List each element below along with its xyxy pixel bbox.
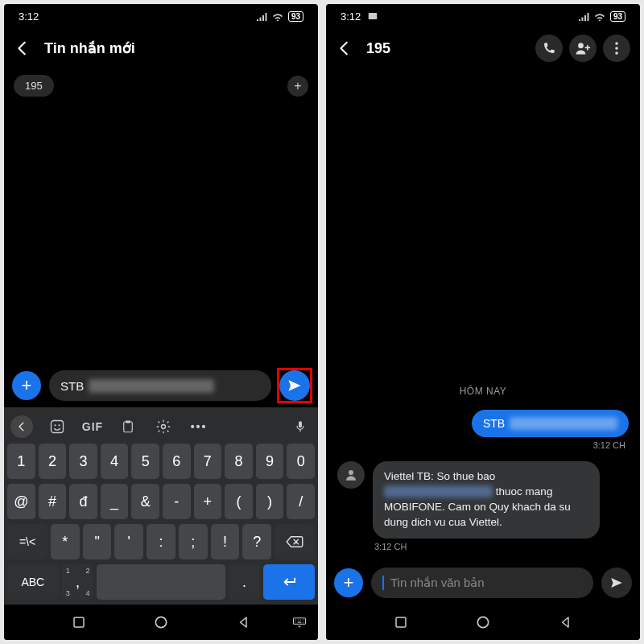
svg-point-22 — [349, 470, 353, 475]
settings-icon[interactable] — [152, 415, 175, 438]
nav-back-icon[interactable] — [237, 615, 251, 630]
key-plus[interactable]: + — [194, 484, 222, 519]
message-list[interactable]: HÔM NAY STB 0000000000 3:12 CH Viettel T… — [326, 68, 640, 561]
nav-home-icon[interactable] — [475, 614, 491, 630]
send-icon — [287, 378, 303, 394]
key-enter[interactable] — [263, 564, 315, 600]
send-button[interactable] — [279, 370, 310, 401]
kb-row-4: ABC 1 3 2 4 , . — [4, 562, 318, 605]
svg-rect-4 — [126, 421, 130, 423]
key-at[interactable]: @ — [7, 484, 35, 519]
sticker-icon[interactable] — [46, 415, 68, 438]
key-8[interactable]: 8 — [225, 444, 253, 479]
key-5[interactable]: 5 — [131, 444, 159, 479]
message-input[interactable]: Tin nhắn văn bản — [371, 568, 593, 598]
signal-icon — [256, 12, 267, 21]
key-7[interactable]: 7 — [194, 444, 222, 479]
svg-point-11 — [298, 619, 299, 620]
nav-back-icon[interactable] — [559, 615, 573, 630]
more-vertical-icon — [615, 42, 618, 55]
phone-icon — [542, 41, 556, 56]
clipboard-icon[interactable] — [117, 415, 139, 438]
msg-in-line1: Viettel TB: So thue bao — [384, 470, 495, 482]
message-input[interactable]: STB 0000000000 — [49, 370, 271, 401]
key-abc[interactable]: ABC — [7, 564, 59, 600]
sender-avatar[interactable] — [337, 461, 365, 489]
more-button[interactable] — [603, 35, 630, 62]
key-comma[interactable]: 1 3 2 4 , — [62, 564, 94, 600]
key-symbols-page[interactable]: =\< — [7, 524, 47, 559]
key-backspace[interactable] — [275, 524, 315, 559]
msg-out-time: 3:12 CH — [593, 440, 625, 450]
status-bar: 3:12 93 — [4, 4, 318, 28]
input-text-redacted: 0000000000 — [89, 379, 213, 393]
msg-in-redacted: 0000000000 — [384, 485, 493, 497]
key-slash[interactable]: / — [287, 484, 315, 519]
status-icons: 93 — [578, 11, 625, 22]
nav-recents-icon[interactable] — [72, 615, 86, 630]
key-question[interactable]: ? — [242, 524, 271, 559]
keyboard-toolbar: GIF ••• — [4, 412, 318, 441]
signal-icon — [578, 12, 589, 21]
add-contact-button[interactable] — [569, 35, 597, 62]
more-icon[interactable]: ••• — [188, 415, 210, 438]
key-hash[interactable]: # — [39, 484, 67, 519]
key-d-stroke[interactable]: đ — [69, 484, 97, 519]
mic-icon[interactable] — [289, 415, 312, 438]
send-button[interactable] — [601, 568, 632, 598]
gif-button[interactable]: GIF — [81, 415, 104, 438]
header: Tin nhắn mới — [4, 28, 318, 68]
key-space[interactable] — [97, 564, 225, 600]
svg-point-20 — [615, 47, 618, 50]
key-3[interactable]: 3 — [69, 444, 97, 479]
back-icon[interactable] — [14, 39, 31, 57]
nav-bar — [4, 605, 318, 640]
key-colon[interactable]: : — [147, 524, 175, 559]
back-icon[interactable] — [336, 39, 353, 57]
attach-button[interactable]: + — [334, 568, 363, 597]
svg-point-14 — [295, 621, 296, 622]
key-semicolon[interactable]: ; — [179, 524, 208, 559]
svg-point-12 — [300, 619, 301, 620]
recipient-chip[interactable]: 195 — [14, 75, 54, 97]
message-outgoing[interactable]: STB 0000000000 — [472, 410, 629, 437]
svg-rect-7 — [74, 617, 84, 627]
key-amp[interactable]: & — [131, 484, 159, 519]
key-underscore[interactable]: _ — [101, 484, 129, 519]
key-dquote[interactable]: " — [83, 524, 112, 559]
key-9[interactable]: 9 — [256, 444, 284, 479]
kb-collapse-icon[interactable] — [10, 415, 33, 438]
status-time: 3:12 — [19, 10, 39, 23]
msg-out-text: STB — [483, 417, 505, 430]
key-6[interactable]: 6 — [163, 444, 191, 479]
key-rparen[interactable]: ) — [256, 484, 284, 519]
enter-icon — [280, 576, 298, 588]
svg-rect-9 — [294, 618, 306, 625]
key-2[interactable]: 2 — [39, 444, 67, 479]
key-dash[interactable]: - — [163, 484, 191, 519]
backspace-icon — [286, 535, 303, 548]
key-0[interactable]: 0 — [287, 444, 315, 479]
key-4[interactable]: 4 — [101, 444, 129, 479]
phone-left: 3:12 93 Tin nhắn mới 195 + + STB 0000000… — [4, 4, 318, 640]
input-text-prefix: STB — [60, 379, 84, 393]
message-incoming[interactable]: Viettel TB: So thue bao 0000000000 thuoc… — [373, 461, 600, 539]
key-star[interactable]: * — [51, 524, 80, 559]
key-lparen[interactable]: ( — [225, 484, 253, 519]
nav-keyboard-toggle-icon[interactable] — [292, 617, 307, 628]
key-squote[interactable]: ' — [114, 524, 143, 559]
add-recipient-button[interactable]: + — [287, 76, 308, 97]
svg-point-19 — [615, 42, 618, 45]
nav-recents-icon[interactable] — [394, 615, 408, 630]
screenshot-indicator-icon — [367, 11, 378, 21]
svg-point-18 — [578, 43, 584, 48]
person-add-icon — [575, 41, 591, 56]
key-1[interactable]: 1 — [7, 444, 35, 479]
call-button[interactable] — [535, 35, 563, 62]
key-exclaim[interactable]: ! — [211, 524, 240, 559]
svg-rect-17 — [369, 13, 378, 19]
nav-home-icon[interactable] — [153, 614, 169, 630]
key-period[interactable]: . — [229, 564, 261, 600]
attach-button[interactable]: + — [12, 371, 41, 400]
wifi-icon — [271, 11, 284, 21]
